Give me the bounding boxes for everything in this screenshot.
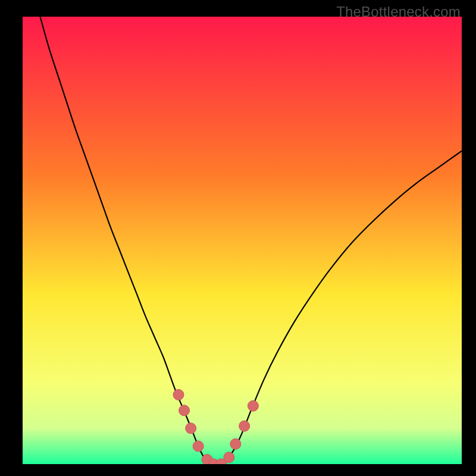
chart-plot xyxy=(23,17,462,464)
curve-marker xyxy=(224,452,234,463)
curve-marker xyxy=(230,439,241,449)
gradient-background xyxy=(23,17,462,464)
curve-marker xyxy=(173,389,184,400)
curve-marker xyxy=(186,423,196,434)
chart-frame: TheBottleneck.com xyxy=(0,0,476,476)
curve-marker xyxy=(179,405,190,416)
watermark-text: TheBottleneck.com xyxy=(336,4,461,20)
curve-marker xyxy=(239,421,250,431)
curve-marker xyxy=(248,400,258,411)
curve-marker xyxy=(193,441,203,452)
